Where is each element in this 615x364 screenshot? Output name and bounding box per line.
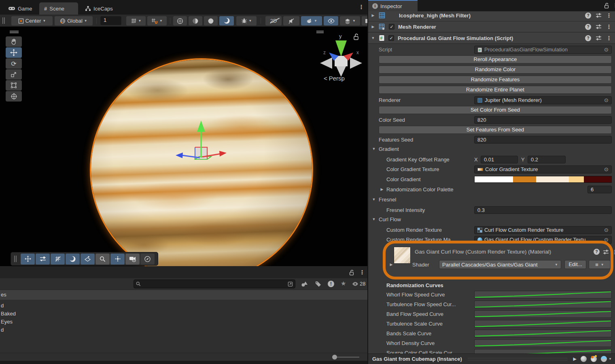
component-enabled-checkbox[interactable]: ✓ xyxy=(388,35,394,41)
overlay-sliders-button[interactable] xyxy=(36,254,50,265)
component-mesh-filter[interactable]: ▶ Icosphere_high (Mesh Filter) ? ⋮ xyxy=(368,10,615,21)
color-gradient-swatch[interactable] xyxy=(474,176,612,183)
list-item[interactable]: d xyxy=(0,302,367,310)
help-icon[interactable]: ? xyxy=(585,35,591,41)
material-options-dropdown[interactable]: ≡ ▼ xyxy=(589,260,611,269)
object-picker-icon[interactable]: ⊙ xyxy=(604,97,609,103)
color-gradient-texture-field[interactable]: Color Gradient Texture ⊙ xyxy=(474,165,612,174)
list-item[interactable]: Eyes xyxy=(0,318,367,326)
renderer-object-field[interactable]: Jupiter (Mesh Renderer) ⊙ xyxy=(474,96,612,104)
overlay-compass-button[interactable] xyxy=(140,254,155,265)
foldout-open-icon[interactable]: ▼ xyxy=(371,196,376,203)
overlay-move-button[interactable] xyxy=(21,254,35,265)
tab-scene[interactable]: # Scene xyxy=(39,2,78,15)
help-icon[interactable]: ? xyxy=(594,249,600,255)
toolbar-drag-handle[interactable] xyxy=(2,17,5,24)
play-icon[interactable]: ▶ xyxy=(573,356,577,362)
whorl-density-curve-field[interactable] xyxy=(474,339,612,347)
overlay-gizmos-button[interactable] xyxy=(81,254,95,265)
scene-effects-dropdown[interactable]: ▼ xyxy=(301,16,322,25)
shading-wireframe-button[interactable] xyxy=(173,16,187,25)
foldout-open-icon[interactable]: ▼ xyxy=(371,145,376,153)
shader-edit-button[interactable]: Edit... xyxy=(564,260,586,269)
randomize-color-button[interactable]: Randomize Color xyxy=(379,66,612,74)
object-picker-icon[interactable]: ⊙ xyxy=(604,47,609,53)
tab-inspector[interactable]: i Inspector xyxy=(368,0,418,11)
scene-visibility-toggle[interactable] xyxy=(324,16,338,25)
scene-pane-menu-icon[interactable]: ⋮ xyxy=(358,4,364,10)
preset-icon[interactable] xyxy=(596,35,602,41)
rotate-tool-button[interactable]: ⟳ xyxy=(6,58,22,69)
randomize-entire-planet-button[interactable]: Randomize Entire Planet xyxy=(379,86,612,94)
preview-sphere-icon[interactable] xyxy=(581,356,587,362)
tools-overlay-handle[interactable] xyxy=(10,31,19,33)
overlay-center-pivot-button[interactable] xyxy=(110,254,125,265)
shading-shaded-wire-button[interactable] xyxy=(189,16,202,25)
overlay-rendered-button[interactable] xyxy=(66,254,80,265)
object-picker-icon[interactable]: ⊙ xyxy=(604,227,609,233)
component-mesh-renderer[interactable]: ▶ ✓ Mesh Renderer ? ⋮ xyxy=(368,21,615,32)
color-seed-input[interactable]: 820 xyxy=(474,116,612,124)
search-by-type-icon[interactable] xyxy=(301,281,308,287)
component-enabled-checkbox[interactable]: ✓ xyxy=(389,24,394,30)
component-menu-icon[interactable]: ⋮ xyxy=(606,35,612,41)
overlay-toolbar-handle[interactable] xyxy=(14,256,17,262)
grid-size-input[interactable]: 1 xyxy=(100,16,121,25)
component-menu-icon[interactable]: ⋮ xyxy=(606,12,612,19)
tab-game[interactable]: Game xyxy=(3,2,37,15)
source-color-cell-scale-curve-field[interactable] xyxy=(474,349,612,353)
visibility-count[interactable]: 28 xyxy=(352,281,365,287)
curl-flow-section-label[interactable]: Curl Flow xyxy=(379,216,401,223)
help-icon[interactable]: ? xyxy=(585,13,591,19)
foldout-closed-icon[interactable]: ▶ xyxy=(389,261,394,269)
reroll-appearance-button[interactable]: Reroll Appearance xyxy=(379,55,612,63)
turbulence-flow-speed-curve-field[interactable] xyxy=(474,301,612,308)
perspective-toggle[interactable]: < Persp xyxy=(324,75,345,82)
orientation-dropdown[interactable]: Global ▼ xyxy=(55,16,93,25)
shading-rendered-button[interactable] xyxy=(219,16,234,25)
set-features-from-seed-button[interactable]: Set Features From Seed xyxy=(379,126,612,134)
search-by-label-icon[interactable] xyxy=(315,281,321,287)
component-menu-icon[interactable]: ⋮ xyxy=(606,23,612,30)
preset-icon[interactable] xyxy=(603,249,609,255)
preview-drag-handle[interactable] xyxy=(468,358,568,360)
favorites-star-icon[interactable]: ★ xyxy=(341,280,346,287)
palette-size-input[interactable]: 6 xyxy=(587,186,612,193)
gradient-section-label[interactable]: Gradient xyxy=(379,145,399,153)
scale-tool-button[interactable] xyxy=(6,69,22,80)
bands-scale-curve-field[interactable] xyxy=(474,330,612,337)
transform-tool-button[interactable] xyxy=(6,91,22,102)
whorl-flow-speed-curve-field[interactable] xyxy=(474,291,612,298)
set-color-from-seed-button[interactable]: Set Color From Seed xyxy=(379,106,612,114)
zoom-slider-track[interactable] xyxy=(333,357,359,358)
panel-menu-icon[interactable]: ⋮ xyxy=(359,269,365,275)
gizmo-lock-icon[interactable] xyxy=(353,33,359,40)
scene-2d-toggle[interactable]: 2D xyxy=(265,16,282,25)
foldout-closed-icon[interactable]: ▶ xyxy=(380,186,384,193)
preset-icon[interactable] xyxy=(596,13,602,18)
scene-layers-dropdown[interactable]: ▼ xyxy=(340,16,360,25)
fresnel-intensity-input[interactable]: 0.3 xyxy=(474,206,612,214)
hand-tool-button[interactable] xyxy=(6,36,22,47)
help-icon[interactable]: ? xyxy=(585,24,591,30)
material-preview-thumbnail[interactable] xyxy=(394,247,411,264)
scene-viewport[interactable]: ⟳ y z x xyxy=(0,27,367,266)
inspector-lock-icon[interactable] xyxy=(604,2,609,9)
list-header-row[interactable]: es xyxy=(0,290,367,300)
material-preview-bar[interactable]: Gas Giant from Cubemap (Instance) ▶ ▼ xyxy=(368,353,615,364)
foldout-open-icon[interactable]: ▼ xyxy=(371,34,375,42)
tab-icecaps[interactable]: IceCaps xyxy=(80,2,118,15)
object-picker-icon[interactable]: ⊙ xyxy=(604,167,609,172)
rect-tool-button[interactable] xyxy=(6,80,22,91)
pivot-mode-dropdown[interactable]: Center ▼ xyxy=(11,16,53,25)
randomize-features-button[interactable]: Randomize Features xyxy=(379,76,612,84)
shader-dropdown[interactable]: Parallel Cascades/Gas Giants/Gas Giant ▼ xyxy=(439,260,561,269)
foldout-closed-icon[interactable]: ▶ xyxy=(371,23,375,31)
custom-render-texture-field[interactable]: Curl Flow Custom Render Texture ⊙ xyxy=(474,226,612,234)
debug-draw-dropdown[interactable]: ▼ xyxy=(236,16,257,25)
gradient-offset-x-input[interactable]: 0.01 xyxy=(481,156,518,163)
foldout-open-icon[interactable]: ▼ xyxy=(371,216,376,223)
search-input[interactable] xyxy=(143,281,286,287)
script-object-field[interactable]: # ProceduralGasGiantFlowSimulation ⊙ xyxy=(474,46,612,54)
gradient-offset-y-input[interactable]: 0.2 xyxy=(528,156,566,163)
